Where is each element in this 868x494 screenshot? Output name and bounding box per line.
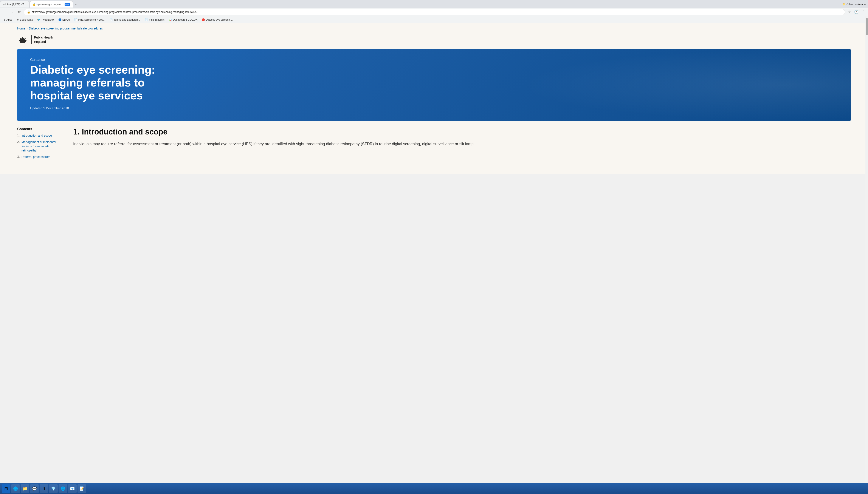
tab-active[interactable]: 🔒 https://www.gov.uk/government/publicat…	[30, 1, 73, 7]
crown-crest-icon	[18, 36, 27, 44]
find-in-admin-label: Find in admin	[149, 18, 165, 21]
back-button[interactable]: ←	[2, 9, 8, 15]
address-bar[interactable]: 🔒 https://www.gov.uk/government/publicat…	[24, 9, 845, 15]
tweetdeck-bookmark[interactable]: 🐦 TweetDeck	[35, 18, 56, 22]
bookmarks-star-icon: ★	[17, 18, 19, 21]
article-content: 1. Introduction and scope Individuals ma…	[73, 127, 851, 161]
address-bar-row: ← → ⟳ 🔒 https://www.gov.uk/government/pu…	[0, 8, 868, 16]
tab-favicon: ✉	[3, 3, 5, 6]
breadcrumb-parent[interactable]: Diabetic eye screening programme: failsa…	[29, 27, 103, 30]
hero-banner: Guidance Diabetic eye screening: managin…	[17, 49, 851, 121]
diabetic-label: Diabetic eye screenin...	[206, 18, 233, 21]
section-1-title: 1. Introduction and scope	[73, 127, 851, 136]
contents-sidebar: Contents 1. Introduction and scope 2. Ma…	[17, 127, 64, 161]
contents-num-2: 2.	[17, 140, 20, 153]
main-content-area: Contents 1. Introduction and scope 2. Ma…	[0, 121, 868, 168]
breadcrumb: Home › Diabetic eye screening programme:…	[0, 23, 868, 34]
contents-link-1[interactable]: Introduction and scope	[21, 134, 52, 138]
svg-rect-0	[19, 40, 26, 41]
guidance-label: Guidance	[30, 58, 838, 62]
dashboard-bookmark[interactable]: 📊 Dashboard | GOV.UK	[167, 18, 199, 22]
contents-link-3[interactable]: Referral process from	[21, 155, 51, 159]
tweetdeck-icon: 🐦	[37, 18, 40, 21]
page-content: Home › Diabetic eye screening programme:…	[0, 23, 868, 174]
svg-rect-1	[20, 41, 26, 42]
dashboard-label: Dashboard | GOV.UK	[173, 18, 198, 21]
contents-title: Contents	[17, 127, 64, 131]
teams-doc-icon: 📄	[110, 18, 113, 21]
find-in-admin-bookmark[interactable]: 📄 Find in admin	[143, 18, 166, 22]
other-bookmarks-label: Other bookmarks	[847, 3, 866, 6]
diabetic-screening-bookmark[interactable]: 🔴 Diabetic eye screenin...	[200, 18, 235, 22]
diabetic-red-icon: 🔴	[202, 18, 205, 21]
teams-label: Teams and Leadershi...	[114, 18, 141, 21]
svg-rect-3	[20, 42, 25, 43]
edam-label: EDAM	[62, 18, 70, 21]
contents-list: 1. Introduction and scope 2. Management …	[17, 134, 64, 159]
tab-bar: ✉ Inbox (3,671) - Ti... 🔒 https://www.go…	[0, 0, 868, 8]
tab-label: Inbox (3,671) - Ti...	[5, 3, 27, 6]
phe-screening-bookmark[interactable]: 📄 PHE Screening < Log...	[72, 18, 107, 22]
toolbar-icons: ☆ 🕐 ⋮	[847, 9, 866, 15]
ssl-lock-icon: 🔒	[27, 10, 30, 14]
contents-link-2[interactable]: Management of incidental findings (non-d…	[21, 140, 64, 153]
apps-bookmark[interactable]: ⊞ Apps	[2, 18, 14, 22]
contents-item-2[interactable]: 2. Management of incidental findings (no…	[17, 140, 64, 153]
scrollbar[interactable]	[865, 16, 868, 174]
apps-label: Apps	[6, 18, 12, 21]
forward-button[interactable]: →	[9, 9, 15, 15]
dashboard-icon: 📊	[169, 18, 172, 21]
svg-point-6	[24, 38, 25, 39]
phe-screening-label: PHE Screening < Log...	[78, 18, 105, 21]
svg-point-5	[22, 37, 23, 38]
apps-icon: ⊞	[3, 18, 5, 21]
contents-num-3: 3.	[17, 155, 20, 159]
updated-date: Updated 5 December 2018	[30, 106, 838, 110]
contents-item-1[interactable]: 1. Introduction and scope	[17, 134, 64, 138]
phe-name-line1: Public Health	[34, 35, 53, 40]
contents-num-1: 1.	[17, 134, 20, 138]
tab-more-button[interactable]: »	[73, 2, 78, 7]
new-badge: New	[64, 3, 70, 6]
phe-name-line2: England	[34, 40, 53, 44]
edam-bookmark[interactable]: 🔵 EDAM	[57, 18, 72, 22]
tab-active-label: https://www.gov.uk/government/publicatio…	[36, 3, 64, 6]
phe-doc-icon: 📄	[74, 18, 77, 21]
contents-item-3[interactable]: 3. Referral process from	[17, 155, 64, 159]
menu-button[interactable]: ⋮	[860, 9, 866, 15]
bookmarks-folder-bookmark[interactable]: ★ Bookmarks	[15, 18, 34, 22]
scrollbar-thumb[interactable]	[866, 18, 868, 35]
bookmark-star-button[interactable]: ☆	[847, 9, 852, 15]
phe-logo	[17, 35, 28, 45]
breadcrumb-home-link[interactable]: Home	[17, 27, 25, 30]
tab-lock-icon: 🔒	[33, 3, 36, 6]
edam-icon: 🔵	[58, 18, 61, 21]
breadcrumb-separator: ›	[26, 27, 27, 30]
other-bookmarks-button[interactable]: 📁 Other bookmarks	[841, 2, 868, 6]
phe-logo-section: Public Health England	[0, 34, 868, 49]
history-button[interactable]: 🕐	[853, 9, 860, 15]
bookmarks-folder-icon: 📁	[843, 3, 846, 6]
section-1-body: Individuals may require referral for ass…	[73, 141, 851, 147]
bookmarks-bar: ⊞ Apps ★ Bookmarks 🐦 TweetDeck 🔵 EDAM 📄 …	[0, 16, 868, 23]
refresh-button[interactable]: ⟳	[16, 9, 22, 15]
browser-chrome: ✉ Inbox (3,671) - Ti... 🔒 https://www.go…	[0, 0, 868, 23]
tweetdeck-label: TweetDeck	[41, 18, 54, 21]
tab-inbox[interactable]: ✉ Inbox (3,671) - Ti...	[0, 1, 30, 7]
url-text: https://www.gov.uk/government/publicatio…	[32, 11, 842, 14]
hero-title: Diabetic eye screening: managing referra…	[30, 63, 181, 102]
phe-logo-text: Public Health England	[32, 35, 53, 44]
admin-doc-icon: 📄	[145, 18, 148, 21]
svg-point-4	[20, 38, 21, 39]
bookmarks-folder-label: Bookmarks	[20, 18, 33, 21]
teams-bookmark[interactable]: 📄 Teams and Leadershi...	[108, 18, 142, 22]
